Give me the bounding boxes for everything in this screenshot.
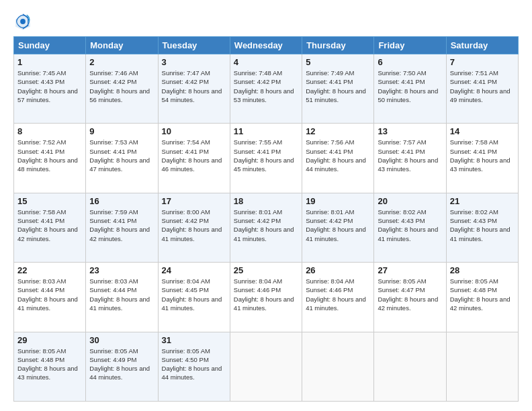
day-info: Sunrise: 7:48 AM Sunset: 4:42 PM Dayligh… [234, 68, 298, 104]
calendar-cell: 2Sunrise: 7:46 AM Sunset: 4:42 PM Daylig… [86, 54, 158, 124]
header-wednesday: Wednesday [230, 37, 302, 54]
calendar-cell: 4Sunrise: 7:48 AM Sunset: 4:42 PM Daylig… [230, 54, 302, 124]
day-info: Sunrise: 7:59 AM Sunset: 4:41 PM Dayligh… [89, 208, 154, 243]
header-thursday: Thursday [302, 37, 374, 54]
header-monday: Monday [86, 37, 158, 54]
calendar-page: Sunday Monday Tuesday Wednesday Thursday… [0, 0, 532, 411]
header [13, 12, 519, 31]
day-info: Sunrise: 8:05 AM Sunset: 4:49 PM Dayligh… [89, 347, 154, 382]
calendar-week-2: 8Sunrise: 7:52 AM Sunset: 4:41 PM Daylig… [14, 124, 519, 193]
day-info: Sunrise: 8:04 AM Sunset: 4:46 PM Dayligh… [234, 277, 298, 312]
calendar-cell: 12Sunrise: 7:56 AM Sunset: 4:41 PM Dayli… [302, 124, 374, 193]
calendar-cell: 20Sunrise: 8:02 AM Sunset: 4:43 PM Dayli… [374, 193, 446, 262]
day-info: Sunrise: 8:03 AM Sunset: 4:44 PM Dayligh… [89, 277, 154, 312]
day-number: 15 [17, 196, 82, 206]
day-number: 19 [306, 196, 370, 206]
calendar-cell: 23Sunrise: 8:03 AM Sunset: 4:44 PM Dayli… [86, 263, 158, 332]
logo-icon [13, 12, 32, 31]
day-number: 3 [162, 57, 226, 67]
day-number: 25 [234, 265, 298, 275]
calendar-cell [302, 332, 374, 401]
calendar-cell: 17Sunrise: 8:00 AM Sunset: 4:42 PM Dayli… [158, 193, 230, 262]
header-saturday: Saturday [446, 37, 518, 54]
day-info: Sunrise: 7:52 AM Sunset: 4:41 PM Dayligh… [17, 138, 82, 173]
calendar-cell: 15Sunrise: 7:58 AM Sunset: 4:41 PM Dayli… [14, 193, 86, 262]
header-tuesday: Tuesday [158, 37, 230, 54]
calendar-cell: 9Sunrise: 7:53 AM Sunset: 4:41 PM Daylig… [86, 124, 158, 193]
day-number: 16 [89, 196, 154, 206]
calendar-cell: 8Sunrise: 7:52 AM Sunset: 4:41 PM Daylig… [14, 124, 86, 193]
day-info: Sunrise: 8:03 AM Sunset: 4:44 PM Dayligh… [17, 277, 82, 312]
calendar-cell: 18Sunrise: 8:01 AM Sunset: 4:42 PM Dayli… [230, 193, 302, 262]
calendar-cell: 3Sunrise: 7:47 AM Sunset: 4:42 PM Daylig… [158, 54, 230, 124]
day-number: 9 [89, 126, 154, 136]
calendar-cell: 19Sunrise: 8:01 AM Sunset: 4:42 PM Dayli… [302, 193, 374, 262]
day-info: Sunrise: 7:53 AM Sunset: 4:41 PM Dayligh… [89, 138, 154, 173]
day-info: Sunrise: 7:47 AM Sunset: 4:42 PM Dayligh… [162, 68, 226, 104]
day-number: 23 [89, 265, 154, 275]
calendar-cell: 6Sunrise: 7:50 AM Sunset: 4:41 PM Daylig… [374, 54, 446, 124]
calendar-table: Sunday Monday Tuesday Wednesday Thursday… [13, 36, 519, 402]
day-number: 18 [234, 196, 298, 206]
calendar-cell: 5Sunrise: 7:49 AM Sunset: 4:41 PM Daylig… [302, 54, 374, 124]
day-info: Sunrise: 8:05 AM Sunset: 4:50 PM Dayligh… [162, 347, 226, 382]
svg-point-1 [20, 19, 26, 24]
day-number: 7 [450, 57, 515, 67]
day-info: Sunrise: 8:02 AM Sunset: 4:43 PM Dayligh… [450, 208, 515, 243]
calendar-cell: 10Sunrise: 7:54 AM Sunset: 4:41 PM Dayli… [158, 124, 230, 193]
calendar-cell: 1Sunrise: 7:45 AM Sunset: 4:43 PM Daylig… [14, 54, 86, 124]
day-number: 31 [162, 335, 226, 345]
weekday-header-row: Sunday Monday Tuesday Wednesday Thursday… [14, 37, 519, 54]
day-info: Sunrise: 7:56 AM Sunset: 4:41 PM Dayligh… [306, 138, 370, 173]
day-number: 10 [162, 126, 226, 136]
day-number: 6 [378, 57, 442, 67]
day-number: 12 [306, 126, 370, 136]
calendar-cell: 28Sunrise: 8:05 AM Sunset: 4:48 PM Dayli… [446, 263, 518, 332]
calendar-cell: 25Sunrise: 8:04 AM Sunset: 4:46 PM Dayli… [230, 263, 302, 332]
day-number: 4 [234, 57, 298, 67]
calendar-cell: 31Sunrise: 8:05 AM Sunset: 4:50 PM Dayli… [158, 332, 230, 401]
day-info: Sunrise: 7:55 AM Sunset: 4:41 PM Dayligh… [234, 138, 298, 173]
calendar-cell [446, 332, 518, 401]
day-info: Sunrise: 8:04 AM Sunset: 4:46 PM Dayligh… [306, 277, 370, 312]
day-info: Sunrise: 8:01 AM Sunset: 4:42 PM Dayligh… [234, 208, 298, 243]
day-info: Sunrise: 8:02 AM Sunset: 4:43 PM Dayligh… [378, 208, 442, 243]
day-info: Sunrise: 8:05 AM Sunset: 4:48 PM Dayligh… [450, 277, 515, 312]
calendar-cell: 16Sunrise: 7:59 AM Sunset: 4:41 PM Dayli… [86, 193, 158, 262]
day-info: Sunrise: 7:49 AM Sunset: 4:41 PM Dayligh… [306, 68, 370, 104]
header-friday: Friday [374, 37, 446, 54]
calendar-cell: 30Sunrise: 8:05 AM Sunset: 4:49 PM Dayli… [86, 332, 158, 401]
calendar-cell: 13Sunrise: 7:57 AM Sunset: 4:41 PM Dayli… [374, 124, 446, 193]
day-number: 28 [450, 265, 515, 275]
day-info: Sunrise: 7:57 AM Sunset: 4:41 PM Dayligh… [378, 138, 442, 173]
day-info: Sunrise: 8:05 AM Sunset: 4:48 PM Dayligh… [17, 347, 82, 382]
calendar-cell: 29Sunrise: 8:05 AM Sunset: 4:48 PM Dayli… [14, 332, 86, 401]
calendar-week-5: 29Sunrise: 8:05 AM Sunset: 4:48 PM Dayli… [14, 332, 519, 401]
day-info: Sunrise: 7:54 AM Sunset: 4:41 PM Dayligh… [162, 138, 226, 173]
calendar-cell: 22Sunrise: 8:03 AM Sunset: 4:44 PM Dayli… [14, 263, 86, 332]
day-number: 5 [306, 57, 370, 67]
day-number: 30 [89, 335, 154, 345]
calendar-week-3: 15Sunrise: 7:58 AM Sunset: 4:41 PM Dayli… [14, 193, 519, 262]
calendar-cell: 14Sunrise: 7:58 AM Sunset: 4:41 PM Dayli… [446, 124, 518, 193]
calendar-week-4: 22Sunrise: 8:03 AM Sunset: 4:44 PM Dayli… [14, 263, 519, 332]
calendar-cell: 27Sunrise: 8:05 AM Sunset: 4:47 PM Dayli… [374, 263, 446, 332]
calendar-week-1: 1Sunrise: 7:45 AM Sunset: 4:43 PM Daylig… [14, 54, 519, 124]
day-number: 2 [89, 57, 154, 67]
day-number: 29 [17, 335, 82, 345]
calendar-cell: 24Sunrise: 8:04 AM Sunset: 4:45 PM Dayli… [158, 263, 230, 332]
day-number: 27 [378, 265, 442, 275]
day-info: Sunrise: 8:00 AM Sunset: 4:42 PM Dayligh… [162, 208, 226, 243]
day-info: Sunrise: 7:51 AM Sunset: 4:41 PM Dayligh… [450, 68, 515, 104]
calendar-cell: 26Sunrise: 8:04 AM Sunset: 4:46 PM Dayli… [302, 263, 374, 332]
day-info: Sunrise: 7:45 AM Sunset: 4:43 PM Dayligh… [17, 68, 82, 104]
day-info: Sunrise: 7:50 AM Sunset: 4:41 PM Dayligh… [378, 68, 442, 104]
logo [13, 12, 35, 31]
day-info: Sunrise: 8:05 AM Sunset: 4:47 PM Dayligh… [378, 277, 442, 312]
day-number: 26 [306, 265, 370, 275]
calendar-cell [230, 332, 302, 401]
calendar-cell: 11Sunrise: 7:55 AM Sunset: 4:41 PM Dayli… [230, 124, 302, 193]
day-number: 21 [450, 196, 515, 206]
day-info: Sunrise: 7:46 AM Sunset: 4:42 PM Dayligh… [89, 68, 154, 104]
calendar-cell [374, 332, 446, 401]
